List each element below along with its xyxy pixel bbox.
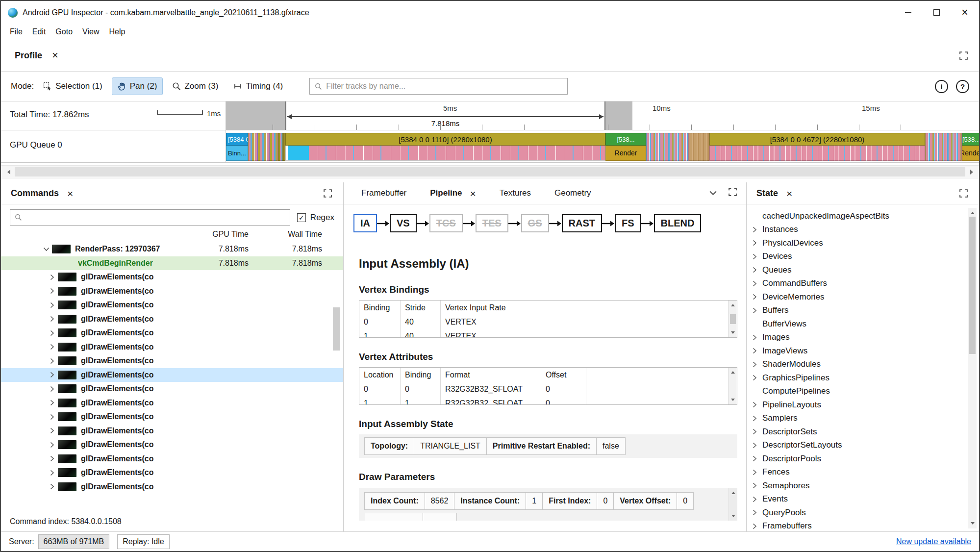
command-row[interactable]: glDrawElements(co [1,410,343,424]
mode-button-selection[interactable]: Selection (1) [37,77,108,95]
scroll-down-icon[interactable] [731,331,735,336]
scroll-up-icon[interactable] [731,369,735,374]
pipeline-stage-ia[interactable]: IA [353,214,377,232]
chevron-right-icon[interactable] [48,288,56,294]
chevron-right-icon[interactable] [48,414,56,420]
command-row[interactable]: glDrawElements(co [1,438,343,452]
track-slice-render[interactable]: [538... Render [605,133,646,161]
state-item-descriptorsetlayouts[interactable]: DescriptorSetLayouts [747,439,979,452]
command-row[interactable]: RenderPass: 129703677.818ms7.818ms [1,242,343,256]
mode-button-timing[interactable]: Timing (4) [227,77,289,95]
command-row[interactable]: glDrawElements(co [1,340,343,354]
state-item-devices[interactable]: Devices [747,250,979,264]
regex-checkbox[interactable]: ✓ [297,213,306,222]
tab-framebuffer[interactable]: Framebuffer [355,188,412,198]
update-available-link[interactable]: New update available [896,537,971,546]
scroll-left-button[interactable] [1,166,14,178]
chevron-right-icon[interactable] [48,372,56,378]
minimize-button[interactable] [894,1,922,24]
scroll-down-icon[interactable] [731,399,735,403]
menu-item-edit[interactable]: Edit [27,25,51,38]
scroll-right-button[interactable] [966,166,979,178]
gpu-queue-track[interactable]: [5384 0... Binn... [5384 0 0 1110] (2280… [226,130,979,163]
tab-textures[interactable]: Textures [494,188,537,198]
state-item-descriptorsets[interactable]: DescriptorSets [747,425,979,439]
track-slice-binning[interactable]: [5384 0... Binn... [226,133,248,161]
close-icon[interactable]: × [52,50,58,61]
tab-profile[interactable]: Profile × [15,50,58,61]
regex-toggle[interactable]: ✓ Regex [297,213,334,223]
fullscreen-button[interactable] [323,189,332,198]
command-row[interactable]: glDrawElements(co [1,382,343,396]
commands-scrollbar-thumb[interactable] [333,307,340,351]
commands-search-box[interactable] [10,209,290,226]
state-item-pipelinelayouts[interactable]: PipelineLayouts [747,398,979,412]
state-item-cachedunpackedimageaspectbits[interactable]: cachedUnpackedImageAspectBits [747,209,979,223]
state-item-semaphores[interactable]: Semaphores [747,479,979,493]
close-icon[interactable]: × [786,188,792,199]
chevron-right-icon[interactable] [48,274,56,280]
chevron-right-icon[interactable] [48,483,56,490]
command-row[interactable]: glDrawElements(co [1,312,343,326]
close-button[interactable]: × [951,1,979,24]
state-item-queues[interactable]: Queues [747,263,979,277]
scroll-up-icon[interactable] [971,210,975,214]
scrollbar-thumb[interactable] [15,167,965,176]
track-activity-stripes[interactable] [248,133,278,161]
scroll-up-icon[interactable] [731,490,735,494]
state-item-descriptorpools[interactable]: DescriptorPools [747,452,979,466]
command-row[interactable]: glDrawElements(co [1,270,343,284]
tab-pipeline[interactable]: Pipeline × [424,188,481,199]
state-item-buffers[interactable]: Buffers [747,304,979,318]
chevron-right-icon[interactable] [48,330,56,336]
chevron-right-icon[interactable] [48,316,56,322]
command-row[interactable]: glDrawElements(co [1,452,343,466]
scroll-up-icon[interactable] [731,302,735,306]
menu-item-help[interactable]: Help [104,25,130,38]
scrollbar-thumb[interactable] [969,217,976,354]
table-scrollbar[interactable] [729,488,737,521]
info-button[interactable]: i [935,80,948,93]
scroll-down-icon[interactable] [731,515,735,519]
fullscreen-button[interactable] [959,51,968,60]
menu-item-view[interactable]: View [77,25,104,38]
pipeline-stage-vs[interactable]: VS [390,214,417,232]
chevron-right-icon[interactable] [48,386,56,392]
state-item-images[interactable]: Images [747,331,979,345]
chevron-right-icon[interactable] [48,344,56,350]
close-icon[interactable]: × [470,188,476,199]
command-row[interactable]: glDrawElements(co [1,480,343,494]
state-item-fences[interactable]: Fences [747,466,979,479]
state-item-instances[interactable]: Instances [747,223,979,237]
chevron-right-icon[interactable] [48,455,56,462]
track-activity-stripes[interactable] [278,133,285,161]
chevron-right-icon[interactable] [48,442,56,448]
command-row[interactable]: glDrawElements(co [1,466,343,480]
menu-item-file[interactable]: File [5,25,27,38]
wall-time-column-header[interactable]: Wall Time [288,230,322,239]
scroll-down-icon[interactable] [971,522,975,527]
command-row[interactable]: glDrawElements(co [1,326,343,340]
command-row[interactable]: glDrawElements(co [1,298,343,312]
tab-geometry[interactable]: Geometry [549,188,597,198]
state-item-bufferviews[interactable]: BufferViews [747,317,979,331]
menu-item-goto[interactable]: Goto [50,25,77,38]
help-button[interactable]: ? [956,80,969,93]
command-row[interactable]: glDrawElements(co [1,368,343,382]
state-item-graphicspipelines[interactable]: GraphicsPipelines [747,371,979,385]
gpu-time-column-header[interactable]: GPU Time [212,230,249,239]
track-slice-renderpass-4672[interactable]: [5384 0 0 4672] (2280x1080) [709,133,925,161]
pipeline-stage-tes[interactable]: TES [476,214,508,232]
pipeline-stage-blend[interactable]: BLEND [654,214,702,232]
fullscreen-button[interactable] [959,189,968,198]
chevron-right-icon[interactable] [48,470,56,476]
pipeline-stage-rast[interactable]: RAST [562,214,602,232]
track-activity-stripes[interactable] [689,133,709,161]
chevron-right-icon[interactable] [48,427,56,434]
track-slice-render-end[interactable]: [538... Render [962,133,979,161]
state-item-querypools[interactable]: QueryPools [747,506,979,520]
state-item-commandbuffers[interactable]: CommandBuffers [747,277,979,291]
state-item-imageviews[interactable]: ImageViews [747,344,979,358]
state-scrollbar[interactable] [968,208,977,528]
table-scrollbar[interactable] [728,301,737,337]
